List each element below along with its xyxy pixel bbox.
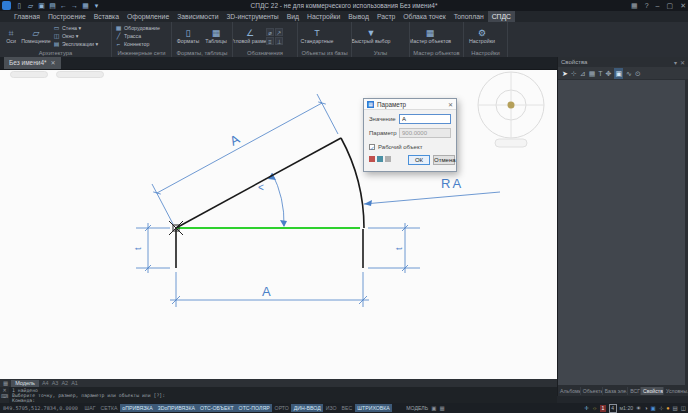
dialog-close-icon[interactable]: ✕ — [448, 101, 453, 108]
group-label-settings[interactable]: Настройки — [464, 49, 507, 57]
display-icon[interactable]: ▣ — [650, 404, 655, 413]
close-button[interactable]: ✕ — [680, 0, 686, 11]
ribbon-layout-icon[interactable]: ▦ — [631, 0, 638, 11]
dialog-title-bar[interactable]: ▦ Параметр ✕ — [364, 99, 456, 110]
tool-equipment[interactable]: ▦ Оборудование — [115, 25, 160, 32]
panel-tool-icon-2[interactable]: ⊿ — [580, 68, 586, 79]
minimize-button[interactable]: – — [656, 0, 660, 11]
tab-rastr[interactable]: Растр — [373, 11, 399, 22]
panel-tool-icon-1[interactable]: ⊹ — [571, 68, 577, 79]
panel-tab-symbols[interactable]: Условны... — [664, 387, 688, 395]
notification-badge[interactable]: 1 — [600, 405, 606, 412]
tab-zavisimosti[interactable]: Зависимости — [173, 11, 222, 22]
tool-connector[interactable]: ⌐ Коннектор — [115, 41, 160, 48]
new-file-icon[interactable]: ▯ — [15, 1, 24, 10]
print-icon[interactable]: ▦ — [81, 1, 90, 10]
tool-standard-parts[interactable]: T Стандартные — [301, 27, 333, 45]
toggle-grid[interactable]: СЕТКА — [98, 404, 120, 412]
value-input[interactable] — [399, 114, 451, 124]
move-icon[interactable]: ✛ — [584, 404, 589, 413]
panel-tab-properties[interactable]: Свойства — [641, 387, 664, 395]
app-logo-icon[interactable] — [2, 1, 11, 10]
panel-tab-element-base[interactable]: База эле... — [603, 387, 628, 395]
tab-vid[interactable]: Вид — [283, 11, 303, 22]
tool-axes[interactable]: ⌗ Оси — [3, 27, 19, 45]
select-cursor-icon[interactable]: ➤ — [562, 68, 568, 79]
layout-tab-a2[interactable]: А2 — [61, 380, 68, 386]
panel-tab-objects[interactable]: Объекты — [581, 387, 603, 395]
radius-leader-line[interactable] — [364, 192, 500, 204]
scale-indicator[interactable]: м1:20 — [620, 405, 634, 411]
paper-space-icon[interactable]: ▦ — [439, 405, 444, 411]
toggle-osnap[interactable]: оПРИВЯЗКА — [120, 404, 155, 412]
layer-badge[interactable]: 4 — [609, 404, 617, 413]
moon-icon[interactable]: ◑ — [644, 404, 647, 413]
tab-oformlenie[interactable]: Оформление — [123, 11, 173, 22]
qat-dropdown-icon[interactable]: ▾ — [92, 1, 101, 10]
sun-icon[interactable]: ☀ — [636, 404, 641, 413]
maximize-button[interactable]: ▢ — [667, 0, 674, 11]
group-label-formats[interactable]: Форматы, таблицы — [172, 49, 232, 57]
group-label-annotations[interactable]: Обозначения — [233, 49, 297, 57]
tool-object-master[interactable]: ▦ Мастер объектов — [413, 27, 447, 45]
bulb-icon[interactable]: ☼ — [592, 404, 597, 413]
tab-postroenie[interactable]: Построение — [44, 11, 90, 22]
ok-button[interactable]: ОК — [408, 155, 430, 165]
layouts-menu-icon[interactable]: ▦ — [3, 380, 8, 386]
work-object-checkbox[interactable]: ✓ — [369, 144, 375, 150]
tab-glavnaya[interactable]: Главная — [10, 11, 44, 22]
group-label-architecture[interactable]: Архитектура — [0, 49, 111, 57]
panel-tool-icon-4[interactable]: T — [598, 68, 602, 79]
layout-tab-model[interactable]: Модель — [11, 380, 39, 387]
group-label-nodes[interactable]: Узлы — [352, 49, 409, 57]
tab-nastroyki[interactable]: Настройки — [303, 11, 344, 22]
dialog-mini-icon-teal[interactable] — [377, 156, 383, 162]
panel-close-icon[interactable]: ✕ — [680, 59, 685, 66]
aligned-dimension[interactable] — [152, 94, 338, 224]
drawing-canvas[interactable]: A < RA A — [0, 70, 557, 379]
circle-icon[interactable]: ● — [666, 404, 669, 413]
panel-tool-icon-3[interactable]: ▦ — [589, 68, 596, 79]
wheel-toolbar-pill[interactable] — [495, 139, 527, 147]
tool-angular-dimension[interactable]: ∠ Угловой размер — [236, 27, 264, 45]
layout-tab-a3[interactable]: А3 — [52, 380, 59, 386]
toggle-ortho[interactable]: ОРТО — [272, 404, 291, 412]
open-file-icon[interactable]: ▱ — [26, 1, 35, 10]
toggle-dyn-input[interactable]: ДИН-ВВОД — [291, 404, 323, 412]
tab-spds[interactable]: СПДС — [488, 11, 515, 22]
tool-route[interactable]: ╱ Трасса — [115, 33, 160, 40]
panel-tool-icon-5[interactable]: ✥ — [606, 68, 612, 79]
tool-explication[interactable]: ▤ Экспликации ▾ — [53, 41, 98, 48]
tab-3d-instrumenty[interactable]: 3D-инструменты — [222, 11, 282, 22]
level-mark-icon[interactable]: ≡ — [266, 37, 274, 45]
layout-tab-a1[interactable]: А1 — [71, 380, 78, 386]
tool-window[interactable]: ◫ Окно ▾ — [53, 33, 98, 40]
tool-quick-select[interactable]: ▼ Быстрый выбор — [355, 27, 387, 45]
slanted-edge-line[interactable] — [176, 138, 341, 228]
command-history[interactable]: 1 найдено Выберите точку, размер, параме… — [9, 387, 557, 403]
model-space-icon[interactable]: ▣ — [431, 405, 436, 411]
model-space-indicator[interactable]: МОДЕЛЬ — [406, 405, 428, 411]
panel-header[interactable]: Свойства ▾ ✕ — [558, 57, 688, 67]
tool-room[interactable]: ▱ Помещение — [21, 27, 51, 45]
crosshair-icon[interactable]: ⊹ — [659, 404, 664, 413]
toggle-iso[interactable]: ИЗО — [323, 404, 339, 412]
save-icon[interactable]: ▣ — [37, 1, 46, 10]
tool-formats[interactable]: ▯ Форматы — [175, 27, 201, 45]
outer-arc[interactable] — [341, 138, 364, 228]
toggle-lineweight[interactable]: ВЕС — [339, 404, 355, 412]
diameter-dim-icon[interactable]: ⌀ — [266, 28, 274, 36]
wheel-center-dot[interactable] — [508, 102, 515, 109]
panel-tab-albums[interactable]: Альбомы — [558, 387, 581, 395]
panel-tool-icon-7[interactable]: ∿ — [626, 68, 632, 79]
cancel-button[interactable]: Отмена — [433, 155, 455, 165]
panel-pin-icon[interactable]: ▾ — [674, 59, 677, 66]
toggle-3dosnap[interactable]: 3DоПРИВЯЗКА — [155, 404, 197, 412]
dialog-mini-icon-red[interactable] — [369, 156, 375, 162]
tool-tables[interactable]: ▦ Таблицы — [203, 27, 229, 45]
clean-screen-icon[interactable]: ◫ — [681, 404, 686, 413]
monitor-icon[interactable]: ▤ — [673, 404, 678, 413]
document-tab-close-icon[interactable]: ✕ — [51, 57, 56, 69]
dialog-mini-icon-gray[interactable] — [385, 156, 391, 162]
toggle-otrack[interactable]: ОТС-ОБЪЕКТ — [197, 404, 236, 412]
